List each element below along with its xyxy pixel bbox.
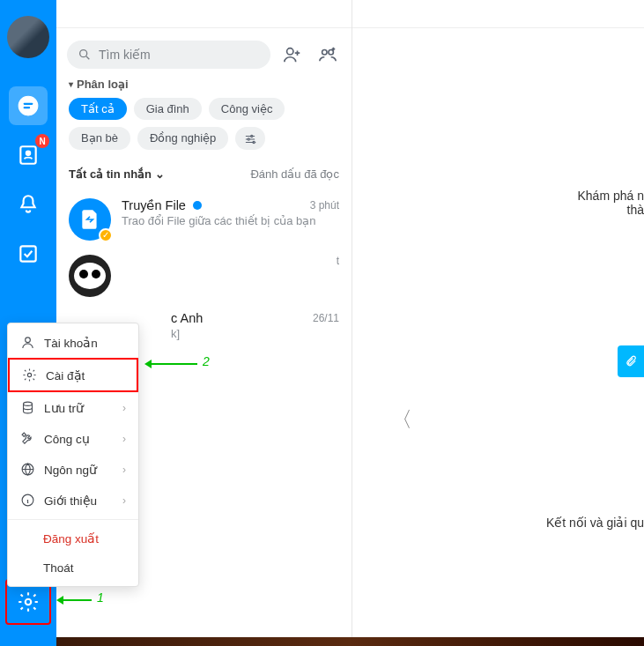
notifications-tab[interactable] (9, 185, 48, 224)
menu-language[interactable]: Ngôn ngữ › (8, 454, 138, 485)
menu-label: Ngôn ngữ (44, 463, 97, 477)
conversation-avatar: ✓ (69, 198, 111, 241)
settings-menu: Tài khoản Cài đặt Lưu trữ › Công cụ › Ng… (7, 323, 139, 587)
svg-point-8 (329, 50, 334, 56)
search-row: Tìm kiếm (56, 28, 352, 78)
chip-family[interactable]: Gia đình (134, 98, 202, 120)
conversation-item[interactable]: t (56, 248, 352, 304)
all-messages-dropdown[interactable]: Tất cả tin nhắn ⌄ (69, 167, 165, 181)
menu-storage[interactable]: Lưu trữ › (8, 392, 138, 423)
svg-point-5 (80, 50, 87, 57)
avatar-image (74, 263, 106, 289)
create-group-button[interactable] (315, 41, 341, 68)
user-icon (20, 335, 35, 350)
welcome-subtext: Kết nối và giải qu (546, 516, 644, 530)
user-avatar[interactable] (7, 16, 49, 58)
conversation-title: Truyền File (122, 198, 202, 212)
contacts-icon (17, 144, 40, 167)
conversation-time: 26/11 (313, 312, 339, 324)
conversation-avatar (69, 255, 111, 297)
verified-badge-icon: ✓ (99, 228, 113, 242)
category-header-label: Phân loại (77, 78, 129, 91)
titlebar-blank (352, 0, 644, 28)
svg-point-14 (24, 402, 33, 405)
info-icon (20, 493, 35, 508)
attachment-button[interactable] (618, 345, 644, 377)
menu-account[interactable]: Tài khoản (8, 327, 138, 358)
contacts-badge: N (35, 134, 49, 148)
conversation-subtitle: Trao đổi File giữa các thiết bị của bạn (122, 214, 339, 227)
svg-point-13 (27, 373, 31, 376)
database-icon (20, 400, 35, 415)
bottom-edge (56, 637, 644, 646)
todo-tab[interactable] (9, 234, 48, 273)
svg-point-0 (19, 96, 38, 115)
unread-dot-icon (193, 201, 202, 210)
svg-point-2 (26, 151, 30, 155)
mark-read-button[interactable]: Đánh dấu đã đọc (250, 167, 339, 181)
svg-rect-3 (20, 246, 35, 261)
file-transfer-icon (78, 208, 101, 231)
menu-logout[interactable]: Đăng xuất (8, 523, 138, 553)
chevron-down-icon: ⌄ (155, 167, 165, 181)
menu-label: Lưu trữ (44, 401, 84, 415)
add-friend-button[interactable] (279, 41, 306, 68)
gear-icon (17, 590, 40, 613)
sliders-icon (244, 133, 256, 145)
welcome-text: Khám phá n thà (578, 189, 645, 217)
chat-icon (17, 94, 40, 117)
menu-divider (8, 519, 138, 520)
menu-label: Cài đặt (46, 368, 85, 382)
search-input[interactable]: Tìm kiếm (67, 41, 270, 69)
conversation-title: c Anh (171, 311, 203, 325)
chevron-right-icon: › (122, 464, 126, 476)
conversation-item[interactable]: ✓ Truyền File 3 phút Trao đổi File giữa … (56, 191, 352, 248)
svg-point-12 (26, 338, 31, 343)
all-messages-label: Tất cả tin nhắn (69, 167, 152, 181)
menu-label: Giới thiệu (44, 494, 97, 508)
category-header[interactable]: ▾ Phân loại (69, 78, 339, 91)
conversation-time: t (337, 255, 339, 267)
menu-tools[interactable]: Công cụ › (8, 423, 138, 454)
svg-point-6 (287, 48, 293, 55)
chevron-right-icon: › (122, 402, 126, 414)
svg-point-7 (322, 50, 328, 56)
conversation-time: 3 phút (310, 199, 339, 212)
chevron-down-icon: ▾ (69, 79, 73, 89)
search-placeholder: Tìm kiếm (99, 48, 151, 62)
category-section: ▾ Phân loại Tất cả Gia đình Công việc Bạ… (56, 78, 352, 157)
gear-icon (22, 368, 37, 382)
tools-icon (20, 431, 35, 446)
chip-friends[interactable]: Bạn bè (69, 127, 130, 150)
menu-about[interactable]: Giới thiệu › (8, 485, 138, 516)
menu-settings[interactable]: Cài đặt (8, 358, 138, 392)
carousel-prev-button[interactable]: 〈 (391, 405, 412, 434)
chip-settings[interactable] (235, 127, 265, 150)
menu-label: Tài khoản (44, 336, 98, 350)
conversation-subtitle: k] (171, 327, 339, 340)
menu-label: Công cụ (44, 432, 90, 446)
svg-point-4 (26, 599, 32, 605)
main-content: Khám phá n thà 〈 Kết nối và giải qu (352, 0, 644, 646)
globe-icon (20, 462, 35, 477)
menu-exit[interactable]: Thoát (8, 553, 138, 583)
menu-label: Thoát (43, 561, 74, 575)
chevron-left-icon: 〈 (391, 407, 412, 431)
menu-label: Đăng xuất (43, 531, 99, 546)
paperclip-icon (625, 355, 637, 368)
chip-colleagues[interactable]: Đồng nghiệp (137, 127, 228, 150)
group-plus-icon (318, 45, 337, 64)
messages-tab[interactable] (9, 86, 48, 125)
message-filter-header: Tất cả tin nhắn ⌄ Đánh dấu đã đọc (56, 157, 352, 191)
user-plus-icon (283, 45, 302, 64)
titlebar-blank (56, 0, 352, 28)
chip-work[interactable]: Công việc (209, 98, 285, 120)
check-square-icon (17, 242, 40, 265)
bell-icon (17, 193, 40, 216)
chevron-right-icon: › (122, 494, 126, 507)
settings-button[interactable] (9, 583, 48, 621)
chevron-right-icon: › (122, 433, 126, 445)
contacts-tab[interactable]: N (9, 136, 48, 174)
chip-all[interactable]: Tất cả (69, 98, 127, 120)
search-icon (78, 48, 92, 62)
